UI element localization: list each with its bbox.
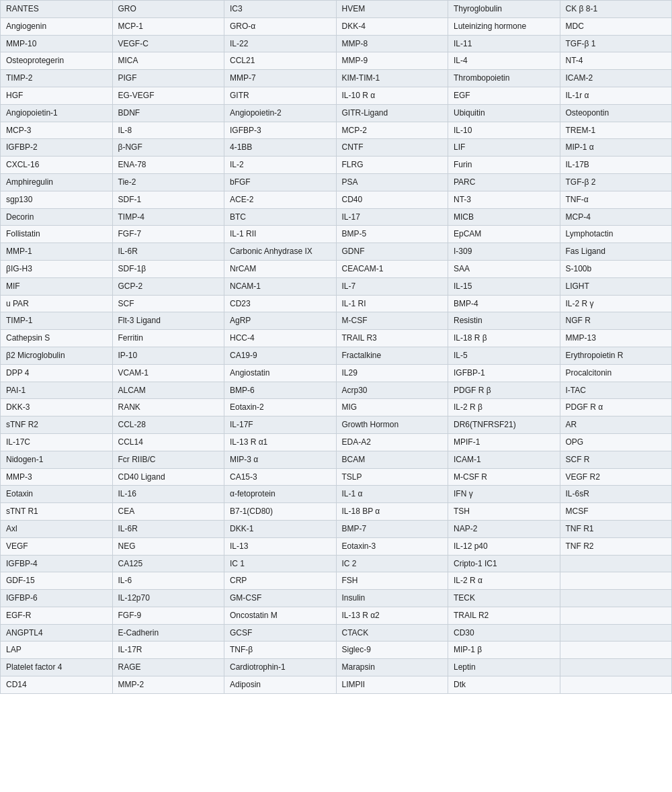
table-cell: Angiogenin: [1, 17, 113, 35]
table-cell: I-TAC: [560, 382, 672, 399]
table-cell: Cripto-1 IC1: [448, 555, 560, 572]
table-cell: TRAIL R3: [336, 330, 448, 347]
table-row: PAI-1ALCAMBMP-6Acrp30PDGF R βI-TAC: [1, 382, 672, 399]
table-cell: MCP-3: [1, 122, 113, 139]
table-cell: TREM-1: [560, 122, 672, 139]
table-cell: IL-17R: [112, 642, 224, 659]
table-cell: Follistatin: [1, 226, 113, 243]
table-cell: PAI-1: [1, 382, 113, 399]
table-cell: Fcr RIIB/C: [112, 451, 224, 468]
table-cell: RAGE: [112, 659, 224, 676]
table-cell: BMP-6: [224, 382, 337, 399]
table-cell: IL-2: [224, 157, 337, 174]
table-cell: IL-2 R γ: [560, 295, 672, 312]
table-cell: IL-17: [336, 208, 448, 226]
table-cell: IL29: [336, 364, 448, 382]
table-cell: NT-4: [560, 52, 672, 70]
table-cell: Angiopoietin-2: [224, 104, 337, 122]
table-cell: VEGF-C: [112, 35, 224, 52]
table-cell: NGF R: [560, 312, 672, 330]
table-cell: IL-22: [224, 35, 337, 52]
table-cell: BCAM: [336, 451, 448, 468]
table-cell: CK β 8-1: [560, 1, 672, 18]
table-cell: IL-13 R α2: [336, 607, 448, 624]
table-cell: [560, 572, 672, 590]
table-row: sgp130SDF-1ACE-2CD40NT-3TNF-α: [1, 191, 672, 208]
table-cell: MPIF-1: [448, 433, 560, 451]
table-cell: CEACAM-1: [336, 260, 448, 277]
table-cell: ENA-78: [112, 157, 224, 174]
table-row: CXCL-16ENA-78IL-2FLRGFurinIL-17B: [1, 157, 672, 174]
table-cell: IC 1: [224, 555, 337, 572]
table-row: sTNT R1CEAB7-1(CD80)IL-18 BP αTSHMCSF: [1, 503, 672, 521]
table-cell: IL-18 BP α: [336, 503, 448, 521]
table-cell: CCL14: [112, 433, 224, 451]
table-cell: MMP-3: [1, 468, 113, 486]
table-cell: MIF: [1, 277, 113, 295]
table-cell: TECK: [448, 590, 560, 607]
table-cell: IC 2: [336, 555, 448, 572]
table-cell: CTACK: [336, 624, 448, 642]
table-cell: AR: [560, 416, 672, 434]
table-cell: Ubiquitin: [448, 104, 560, 122]
table-cell: IL-4: [448, 52, 560, 70]
table-cell: LAP: [1, 642, 113, 659]
table-cell: GRO: [112, 1, 224, 18]
table-cell: IL-18 R β: [448, 330, 560, 347]
table-cell: CD23: [224, 295, 337, 312]
table-row: DPP 4VCAM-1AngiostatinIL29IGFBP-1Procalc…: [1, 364, 672, 382]
table-cell: Thrombopoietin: [448, 70, 560, 87]
table-cell: IL-13: [224, 537, 337, 555]
table-row: β2 MicroglobulinIP-10CA19-9FractalkineIL…: [1, 347, 672, 364]
table-cell: IL-8: [112, 122, 224, 139]
table-cell: IGFBP-1: [448, 364, 560, 382]
table-cell: FGF-7: [112, 226, 224, 243]
table-cell: sgp130: [1, 191, 113, 208]
table-row: LAPIL-17RTNF-βSiglec-9MIP-1 β: [1, 642, 672, 659]
table-cell: HCC-4: [224, 330, 337, 347]
table-cell: PSA: [336, 173, 448, 191]
table-row: sTNF R2CCL-28IL-17FGrowth HormonDR6(TNFR…: [1, 416, 672, 434]
table-cell: BMP-7: [336, 520, 448, 537]
table-cell: Ferritin: [112, 330, 224, 347]
table-cell: Cathepsin S: [1, 330, 113, 347]
table-cell: Thyroglobulin: [448, 1, 560, 18]
table-cell: Growth Hormon: [336, 416, 448, 434]
table-cell: EGF-R: [1, 607, 113, 624]
table-cell: I-309: [448, 243, 560, 261]
table-cell: DKK-3: [1, 399, 113, 416]
table-cell: PDGF R α: [560, 399, 672, 416]
table-cell: IFN γ: [448, 486, 560, 503]
table-cell: MICA: [112, 52, 224, 70]
table-cell: Eotaxin: [1, 486, 113, 503]
table-cell: MMP-10: [1, 35, 113, 52]
table-cell: Furin: [448, 157, 560, 174]
table-cell: Flt-3 Ligand: [112, 312, 224, 330]
table-cell: TGF-β 1: [560, 35, 672, 52]
table-cell: TIMP-4: [112, 208, 224, 226]
table-cell: CCL-28: [112, 416, 224, 434]
table-cell: IC3: [224, 1, 337, 18]
table-cell: ACE-2: [224, 191, 337, 208]
table-cell: TGF-β 2: [560, 173, 672, 191]
table-row: MCP-3IL-8IGFBP-3MCP-2IL-10TREM-1: [1, 122, 672, 139]
table-cell: Dtk: [448, 676, 560, 694]
table-cell: TNF R1: [560, 520, 672, 537]
table-cell: CD40 Ligand: [112, 468, 224, 486]
table-cell: NAP-2: [448, 520, 560, 537]
table-cell: [560, 555, 672, 572]
table-cell: CD14: [1, 676, 113, 694]
table-cell: IL-13 R α1: [224, 433, 337, 451]
table-cell: M-CSF R: [448, 468, 560, 486]
table-cell: MMP-1: [1, 243, 113, 261]
table-cell: Leptin: [448, 659, 560, 676]
table-row: IGFBP-2β-NGF4-1BBCNTFLIFMIP-1 α: [1, 139, 672, 157]
table-cell: Acrp30: [336, 382, 448, 399]
table-row: GDF-15IL-6CRPFSHIL-2 R α: [1, 572, 672, 590]
table-cell: β-NGF: [112, 139, 224, 157]
table-cell: IGFBP-2: [1, 139, 113, 157]
table-cell: GCP-2: [112, 277, 224, 295]
table-cell: EpCAM: [448, 226, 560, 243]
table-cell: GCSF: [224, 624, 337, 642]
table-cell: PDGF R β: [448, 382, 560, 399]
